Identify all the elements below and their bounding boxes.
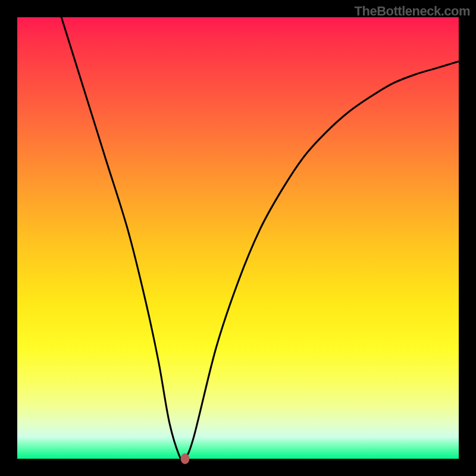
watermark-text: TheBottleneck.com: [355, 4, 470, 19]
chart-frame: TheBottleneck.com: [0, 0, 476, 476]
plot-area: [17, 17, 459, 459]
minimum-marker: [180, 453, 189, 464]
bottleneck-curve: [17, 17, 459, 459]
